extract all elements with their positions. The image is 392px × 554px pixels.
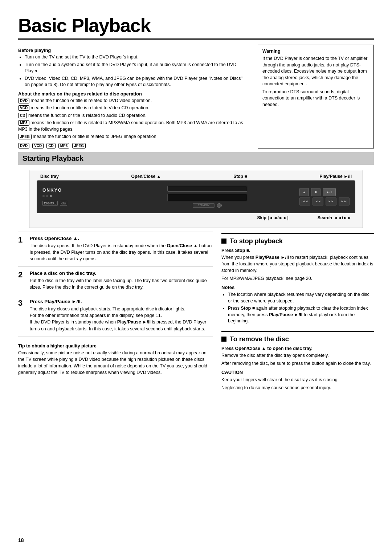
step-3-desc: The disc tray closes and playback starts… [30,306,213,332]
step-1-desc: The disc tray opens. If the DVD Player i… [30,243,213,262]
label-disc-tray: Disc tray [40,174,59,179]
remove-desc2: After removing the disc, be sure to pres… [221,360,374,367]
stop-playback-block: To stop playback Press Stop ■. When you … [221,233,374,330]
tip-content: Tip to obtain a higher quality picture O… [18,343,213,376]
label-play-pause: Play/Pause ►/II [319,174,352,179]
tip-title: Tip to obtain a higher quality picture [18,343,213,349]
starting-playback-title: Starting Playback [23,154,83,162]
light-3-active [50,195,52,197]
dvd-desc: means the function or title is related t… [31,98,152,103]
step-3-content: Press Play/Pause ►/II. The disc tray clo… [30,299,213,334]
page-title: Basic Playback [18,15,374,36]
step-2-block: 2 Place a disc on the disc tray. Put the… [18,266,213,295]
stop-desc: When you press Play/Pause ►/II to restar… [221,254,374,274]
player-logos: DIGITAL dts [42,201,115,206]
before-playing-item-1: Turn on the TV and set the TV to the DVD… [25,54,247,61]
label-stop: Stop ■ [233,174,247,179]
before-playing-item-2: Turn on the audio system and set it to t… [25,62,247,74]
before-playing-item-3: DVD video, Video CD, CD, MP3, WMA, and J… [25,76,247,88]
diagram-labels-bottom: Skip |◄◄/►►| Search ◄◄/►► [37,215,355,220]
jpeg-desc: means the function or title is related t… [33,134,158,139]
step-3-block: 3 Press Play/Pause ►/II. The disc tray c… [18,295,213,337]
remove-square-icon [221,337,226,342]
page-number: 18 [18,537,24,543]
right-controls: ▲ ■ ►/II |◄◄ ◄◄ [299,188,350,205]
disc-type-cd: CD means the function or title is relate… [18,113,247,119]
skip-fwd-btn: ►►| [339,197,350,205]
step-2-title: Place a disc on the disc tray. [30,270,213,276]
starting-playback-header: Starting Playback [18,152,374,165]
player-right-section: ▲ ■ ►/II |◄◄ ◄◄ [299,188,350,205]
caution-block: CAUTION Keep your fingers well clear of … [221,370,374,391]
disc-type-vcd: VCD means the function or title is relat… [18,105,247,111]
warning-title: Warning [262,49,369,54]
cd-badge: CD [18,113,27,118]
jpeg-badge: JPEG [18,134,32,139]
skip-back-icon: |◄◄ [302,200,308,203]
warning-text: If the DVD Player is connected to the TV… [262,56,369,87]
stop-desc2: For MP3/WMA/JPEG playback, see page 20. [221,275,374,282]
player-lights [42,195,115,197]
remove-disc-title: To remove the disc [221,335,374,343]
top-buttons-row: ▲ ■ ►/II [299,188,350,196]
tip-block: Tip to obtain a higher quality picture O… [18,337,213,380]
label-open-close: Open/Close ▲ [131,174,161,179]
before-playing-list: Turn on the TV and set the TV to the DVD… [18,54,247,88]
bottom-buttons-row: |◄◄ ◄◄ ►► ►►| [299,197,350,205]
caution-2: Neglecting to do so may cause serious pe… [221,384,374,391]
caution-title: CAUTION [221,370,374,375]
icon-cd: CD [46,143,55,148]
icon-dvd: DVD [18,143,29,148]
play-pause-icon: ►/II [326,190,332,194]
icon-vcd: VCD [32,143,44,148]
mp3-badge: MP3 [18,120,29,126]
right-column: To stop playback Press Stop ■. When you … [221,232,374,396]
search-fwd-icon: ►► [328,200,334,203]
step-1-block: 1 Press Open/Close ▲. The disc tray open… [18,232,213,266]
before-playing-title: Before playing [18,48,247,53]
main-content: 1 Press Open/Close ▲. The disc tray open… [18,232,374,396]
stop-square-icon [221,239,226,244]
warning-box: Warning If the DVD Player is connected t… [258,45,374,148]
step-2-content: Place a disc on the disc tray. Put the d… [30,270,213,292]
remove-press-title: Press Open/Close ▲ to open the disc tray… [221,346,374,351]
remove-desc: Remove the disc after the disc tray open… [221,352,374,359]
press-stop-label: Press Stop ■. [221,248,374,253]
disc-icon-row: DVD VCD CD MP3 JPEG [18,143,247,148]
vcd-badge: VCD [18,105,29,111]
player-mode-buttons: STANDBY [193,203,222,208]
light-2 [46,195,48,197]
step-2-number: 2 [18,270,28,279]
title-rule [18,38,374,40]
notes-block: Notes The location where playback resume… [221,285,374,325]
step-3-number: 3 [18,299,28,307]
stop-playback-title: To stop playback [221,237,374,245]
light-1 [42,195,45,197]
intro-left: Before playing Turn on the TV and set th… [18,45,247,148]
play-pause-btn: ►/II [323,188,336,196]
remove-disc-block: To remove the disc Press Open/Close ▲ to… [221,331,374,396]
note-1: The location where playback resumes may … [228,292,374,304]
icon-jpeg: JPEG [72,143,86,148]
player-middle-section: STANDBY [119,186,296,208]
label-search: Search ◄◄/►► [318,215,352,220]
about-marks-title: About the marks on the pages related to … [18,91,247,97]
player-body: ONKYO DIGITAL dts STANDBY [37,180,355,213]
left-column: 1 Press Open/Close ▲. The disc tray open… [18,232,213,396]
digital-logo: DIGITAL [42,201,58,206]
player-brand: ONKYO [42,188,115,193]
tip-desc: Occasionally, some picture noise not usu… [18,350,213,376]
skip-fwd-icon: ►►| [341,200,347,203]
player-display [167,194,247,201]
vcd-desc: means the function or title is related t… [31,105,150,110]
step-1-title: Press Open/Close ▲. [30,236,213,241]
intro-section: Before playing Turn on the TV and set th… [18,45,374,148]
stop-icon: ■ [315,190,317,194]
stop-title-text: To stop playback [230,237,283,245]
disc-type-dvd: DVD means the function or title is relat… [18,98,247,104]
warning-text2: To reproduce DTS surround sounds, digita… [262,89,369,108]
notes-list: The location where playback resumes may … [221,292,374,325]
caution-1: Keep your fingers well clear of the disc… [221,376,374,383]
note-2: Press Stop ■ again after stopping playba… [228,305,374,325]
mp3-desc: means the function or title is related t… [18,120,243,132]
